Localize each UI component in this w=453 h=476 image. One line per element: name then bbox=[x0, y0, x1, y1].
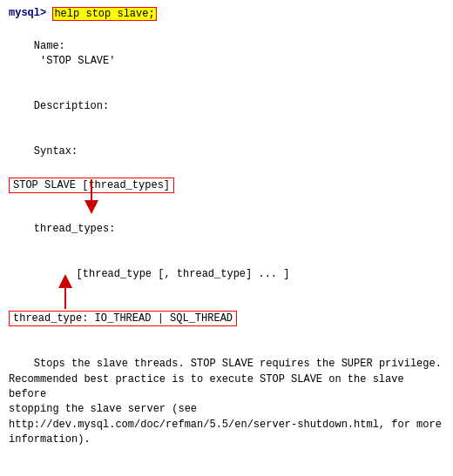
red-arrow-svg bbox=[87, 179, 139, 214]
thread-types-label: thread_types: bbox=[9, 207, 444, 251]
paragraph-1: Stops the slave threads. STOP SLAVE requ… bbox=[9, 342, 444, 463]
name-label: Name: bbox=[34, 40, 65, 52]
prompt-line: mysql> help stop slave; bbox=[9, 7, 444, 21]
thread-type-box: thread_type: IO_THREAD | SQL_THREAD bbox=[9, 311, 237, 326]
name-line: Name: 'STOP SLAVE' bbox=[9, 24, 444, 83]
syntax-block-container: STOP SLAVE [thread_types] bbox=[9, 176, 444, 195]
desc-line: Description: bbox=[9, 84, 444, 128]
thread-type-value: thread_type: IO_THREAD | SQL_THREAD bbox=[13, 312, 233, 325]
syntax-label: Syntax: bbox=[34, 145, 78, 158]
name-value: 'STOP SLAVE' bbox=[34, 55, 116, 67]
thread-type-box-container: thread_type: IO_THREAD | SQL_THREAD bbox=[9, 309, 444, 328]
terminal-container: mysql> help stop slave; Name: 'STOP SLAV… bbox=[0, 0, 453, 476]
command-highlight: help stop slave; bbox=[52, 7, 156, 21]
syntax-label-line: Syntax: bbox=[9, 131, 444, 174]
prompt-text: mysql> bbox=[9, 7, 46, 19]
desc-label: Description: bbox=[34, 100, 109, 112]
red-arrow-svg-2 bbox=[61, 276, 113, 311]
